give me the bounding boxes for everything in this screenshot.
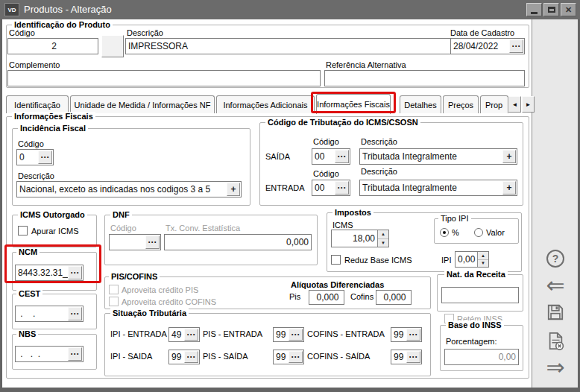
minimize-button[interactable] [526,3,542,16]
ellipsis-icon[interactable]: ··· [184,329,198,341]
porcentagem-input[interactable]: 0,00 [444,349,519,365]
product-lookup-button[interactable] [101,35,124,57]
ellipsis-icon[interactable]: ··· [335,181,349,195]
help-button[interactable]: ? [544,247,567,270]
ellipsis-icon[interactable]: ··· [289,351,303,363]
saida-descricao-combo[interactable]: Tributada Integralmente + [359,148,517,165]
dnf-title: DNF [110,210,132,219]
ellipsis-icon[interactable]: ··· [184,351,198,363]
ncm-input[interactable]: 8443.32.31__ ··· [15,265,83,281]
tab-label: Prop [485,101,502,110]
cofins-entrada-input[interactable]: 99 ··· [391,327,422,342]
porcentagem-label: Porcentagem: [446,337,497,346]
data-cadastro-label: Data de Cadastro [450,28,514,37]
codigo-input[interactable]: 2 [7,38,98,54]
forward-arrow-icon: ⇒ [546,356,564,379]
tab-propriedades[interactable]: Prop [480,95,508,113]
cest-value: . . [18,309,68,319]
tab-precos[interactable]: Preços [443,95,479,113]
data-cadastro-input[interactable]: 28/04/2022 ··· [450,38,525,54]
cofins-saida-input[interactable]: 99 ··· [391,350,422,364]
ipi-saida-input[interactable]: 99 ··· [168,350,200,364]
maximize-button[interactable] [543,3,559,16]
impostos-title: Impostos [332,208,373,217]
ellipsis-icon[interactable]: ··· [406,351,420,363]
dropdown-icon[interactable]: + [502,181,516,195]
save-button[interactable] [544,301,567,323]
pis-saida-label: PIS - SAÍDA [203,352,248,361]
tab-informacoes-fiscais[interactable]: Informações Fiscais [316,94,391,114]
tributacao-title: Código de Tributação do ICMS/CSOSN [265,118,420,127]
complemento-input[interactable] [7,70,321,86]
spin-up-icon: ▲ [478,252,488,260]
entrada-descricao-combo[interactable]: Tributada Integralmente + [359,180,517,196]
ellipsis-icon[interactable]: ··· [38,151,52,164]
products-edit-window: VD Produtos - Alteração ✕ Identificação … [0,0,580,392]
cest-input[interactable]: . . ··· [15,306,83,322]
nat-receita-input[interactable] [441,287,519,303]
tipo-percent-radio[interactable] [440,228,449,237]
pis-saida-input[interactable]: 99 ··· [273,350,304,364]
reduz-base-icms-checkbox[interactable] [331,255,341,265]
incidencia-codigo-input[interactable]: 0 ··· [16,149,54,165]
pis-saida-value: 99 [276,352,289,362]
base-inss-title: Base do INSS [446,320,504,329]
saida-label: SAÍDA [265,152,290,161]
cest-title: CEST [16,289,42,298]
tab-scroll-left-button[interactable]: ◄ [508,96,521,113]
codigo-label: Código [9,28,35,37]
cofins-input[interactable]: 0,000 [376,290,412,305]
ellipsis-icon[interactable]: ··· [68,347,82,361]
descricao-input[interactable]: IMPRESSORA [125,38,473,54]
ipi-label: IPI [441,256,451,265]
aproveita-credito-cofins-label: Aproveita crédito COFINS [122,297,216,306]
tributacao-entrada-codigo-label: Código [313,169,339,178]
ipi-entrada-label: IPI - ENTRADA [110,329,167,338]
tipo-ipi-title: Tipo IPI [438,214,471,223]
dropdown-icon[interactable]: + [502,150,516,163]
aproveita-credito-pis-checkbox [109,285,119,294]
ellipsis-icon[interactable]: ··· [68,266,82,279]
tributacao-saida-codigo-label: Código [313,137,339,146]
spinner-buttons[interactable]: ▲▼ [477,252,488,267]
icms-spinner[interactable]: 18,00 ▲▼ [331,230,389,247]
icms-outorgado-title: ICMS Outorgado [18,210,87,219]
nbs-input[interactable]: . . . ··· [15,346,83,362]
dnf-codigo-input[interactable]: ··· [109,234,161,250]
pis-input[interactable]: 0,000 [309,290,344,305]
ellipsis-icon[interactable]: ··· [145,235,160,249]
spinner-buttons[interactable]: ▲▼ [377,230,388,247]
apurar-icms-checkbox[interactable] [18,226,28,235]
dnf-tx-input[interactable]: 0,000 [164,234,312,250]
pis-entrada-input[interactable]: 99 ··· [273,327,304,342]
tab-identificacao[interactable]: Identificação [6,95,69,113]
forward-button[interactable]: ⇒ [544,356,567,379]
cofins-entrada-label: COFINS - ENTRADA [307,329,385,338]
cancel-document-button[interactable] [544,329,567,352]
tab-scroll-right-button[interactable]: ► [522,96,535,113]
descricao-label: Descrição [127,28,163,37]
title-bar[interactable]: VD Produtos - Alteração [0,0,580,19]
tab-unidade-medida[interactable]: Unidade de Medida / Informações NF [70,95,215,113]
dropdown-icon[interactable]: + [227,183,240,196]
ellipsis-icon[interactable]: ··· [509,39,523,53]
ellipsis-icon[interactable]: ··· [335,150,349,163]
ellipsis-icon[interactable]: ··· [289,329,303,341]
tipo-valor-label: Valor [486,228,505,237]
ellipsis-icon[interactable]: ··· [68,307,82,320]
saida-codigo-input[interactable]: 00 ··· [312,148,350,165]
incidencia-descricao-combo[interactable]: Nacional, exceto as indicadas nos codigo… [16,181,242,197]
tipo-valor-radio[interactable] [474,228,483,237]
tab-informacoes-adicionais[interactable]: Informações Adicionais [216,95,315,113]
incidencia-descricao-value: Nacional, exceto as indicadas nos codigo… [19,184,227,195]
ipi-entrada-input[interactable]: 49 ··· [168,327,200,342]
ellipsis-icon[interactable]: ··· [406,329,420,341]
minimize-icon [531,12,538,14]
back-button[interactable]: ⇐ [544,274,567,297]
referencia-input[interactable] [324,70,525,86]
apurar-icms-label: Apurar ICMS [31,227,79,235]
entrada-codigo-input[interactable]: 00 ··· [312,180,350,196]
close-button[interactable]: ✕ [561,3,576,16]
ipi-spinner[interactable]: 0,00 ▲▼ [455,251,489,268]
tab-detalhes[interactable]: Detalhes [400,95,441,113]
